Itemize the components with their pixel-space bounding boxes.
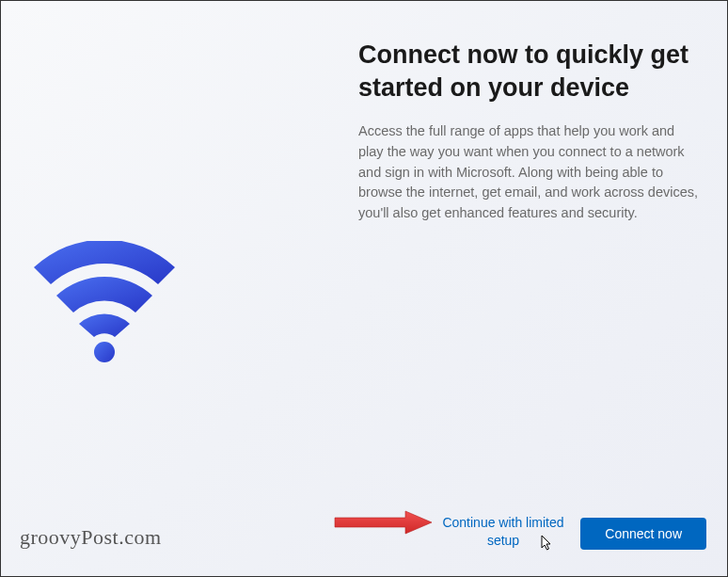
illustration-panel: [1, 1, 349, 576]
connect-now-button[interactable]: Connect now: [580, 518, 706, 550]
content-panel: Connect now to quickly get started on yo…: [349, 1, 727, 576]
page-title: Connect now to quickly get started on yo…: [358, 39, 699, 104]
watermark-text: groovyPost.com: [20, 525, 162, 550]
arrow-annotation-icon: [330, 508, 434, 540]
page-description: Access the full range of apps that help …: [358, 121, 699, 224]
wifi-icon: [24, 241, 184, 367]
footer: groovyPost.com Continue with limited set…: [1, 491, 727, 576]
svg-point-0: [94, 342, 115, 362]
cursor-icon: [541, 535, 554, 555]
